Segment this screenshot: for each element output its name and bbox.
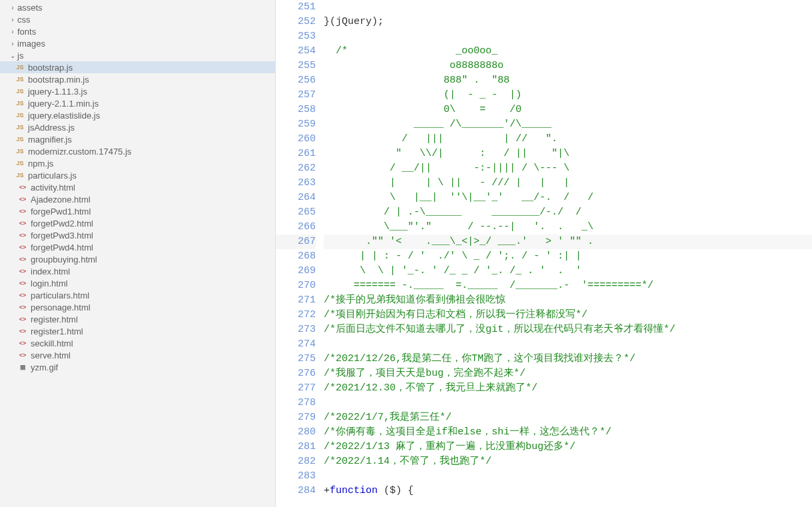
line-number: 258	[276, 103, 316, 117]
file-item[interactable]: <>login.html	[0, 277, 275, 289]
file-item[interactable]: <>register1.html	[0, 325, 275, 337]
line-number: 275	[276, 352, 316, 366]
html-file-icon: <>	[17, 194, 28, 205]
code-line[interactable]	[324, 396, 812, 410]
file-item[interactable]: <>personage.html	[0, 301, 275, 313]
tree-item-label: register1.html	[31, 326, 83, 336]
code-line[interactable]: +function ($) {	[324, 484, 812, 498]
html-file-icon: <>	[17, 218, 28, 229]
chevron-right-icon[interactable]: ›	[8, 28, 17, 35]
code-line[interactable]: / ||| | // ".	[324, 132, 812, 147]
js-file-icon: JS	[15, 86, 25, 97]
line-number: 263	[276, 176, 316, 191]
code-line[interactable]	[324, 337, 812, 352]
folder-item[interactable]: ›css	[0, 13, 275, 25]
code-line[interactable]: /*2022/1.14，不管了，我也跑了*/	[324, 454, 812, 469]
line-number: 281	[276, 440, 316, 454]
line-number: 266	[276, 220, 316, 235]
code-editor[interactable]: 2512522532542552562572582592602612622632…	[276, 0, 812, 507]
code-line[interactable]: \___"'." / --.--| '. . _\	[324, 220, 812, 235]
file-item[interactable]: JSjsAddress.js	[0, 121, 275, 133]
code-line[interactable]: }(jQuery);	[324, 15, 812, 29]
file-item[interactable]: JSjquery.elastislide.js	[0, 109, 275, 121]
file-item[interactable]: JSparticulars.js	[0, 169, 275, 181]
file-item[interactable]: JSjquery-1.11.3.js	[0, 85, 275, 97]
code-line[interactable]: | | : - / ' ./' \ _ / ';. / - ' :| |	[324, 249, 812, 264]
code-line[interactable]: / | .-\______ ________/-./ /	[324, 205, 812, 220]
code-line[interactable]: \ |__| ''\|__'_' __/-. / /	[324, 191, 812, 205]
file-item[interactable]: <>serve.html	[0, 349, 275, 361]
file-item[interactable]: <>groupbuying.html	[0, 253, 275, 265]
file-item[interactable]: JSbootstrap.js	[0, 61, 275, 73]
file-item[interactable]: <>forgetPwd3.html	[0, 229, 275, 241]
file-item[interactable]: <>register.html	[0, 313, 275, 325]
code-line[interactable]: /*你俩有毒，这项目全是if和else，shi一样，这怎么迭代？*/	[324, 425, 812, 440]
code-line[interactable]: /*2022/1/7,我是第三任*/	[324, 410, 812, 425]
html-file-icon: <>	[17, 290, 28, 300]
file-item[interactable]: JSbootstrap.min.js	[0, 73, 275, 85]
tree-item-label: images	[17, 39, 45, 49]
file-item[interactable]: <>forgePwd1.html	[0, 205, 275, 217]
tree-item-label: jquery-2.1.1.min.js	[28, 99, 99, 109]
chevron-right-icon[interactable]: ›	[8, 4, 17, 11]
code-line[interactable]: /*2021/12.30，不管了，我元旦上来就跑了*/	[324, 381, 812, 396]
file-item[interactable]: <>particulars.html	[0, 289, 275, 301]
code-line[interactable]: /*2021/12/26,我是第二任，你TM跑了，这个项目我找谁对接去？*/	[324, 352, 812, 366]
line-number: 274	[276, 337, 316, 352]
code-line[interactable]: 888" . "88	[324, 73, 812, 88]
app-root: ›assets›css›fonts›images⌄jsJSbootstrap.j…	[0, 0, 812, 507]
tree-item-label: seckill.html	[31, 338, 73, 348]
code-line[interactable]: /*后面日志文件不知道去哪儿了，没git，所以现在代码只有老天爷才看得懂*/	[324, 322, 812, 337]
code-line[interactable]: /* _oo0oo_	[324, 44, 812, 59]
file-item[interactable]: <>index.html	[0, 265, 275, 277]
html-file-icon: <>	[17, 326, 28, 336]
folder-item[interactable]: ›images	[0, 37, 275, 49]
line-number: 265	[276, 205, 316, 220]
code-line[interactable]	[324, 29, 812, 44]
file-item[interactable]: JSnpm.js	[0, 157, 275, 169]
line-number: 279	[276, 410, 316, 425]
code-content[interactable]: }(jQuery); /* _oo0oo_ o8888888o 888" . "…	[324, 0, 812, 507]
code-line[interactable]: \ \ | '_-. ' /_ _ / '_. /_ . ' . '	[324, 264, 812, 278]
line-number: 269	[276, 264, 316, 278]
tree-item-label: modernizr.custom.17475.js	[28, 147, 131, 157]
file-item[interactable]: JSmagnifier.js	[0, 133, 275, 145]
code-line[interactable]: (| - _ - |)	[324, 88, 812, 103]
code-line[interactable]	[324, 0, 812, 15]
file-item[interactable]: <>seckill.html	[0, 337, 275, 349]
code-line[interactable]	[324, 469, 812, 484]
tree-item-label: groupbuying.html	[31, 254, 97, 264]
folder-item[interactable]: ›fonts	[0, 25, 275, 37]
line-number: 253	[276, 29, 316, 44]
code-line[interactable]: /*2022/1/13 麻了，重构了一遍，比没重构bug还多*/	[324, 440, 812, 454]
code-line[interactable]: | | \ || - /// | | |	[324, 176, 812, 191]
code-line[interactable]: 0\ = /0	[324, 103, 812, 117]
code-line[interactable]: ."" '< .___\_<|>_/ ___.' > ' "" .	[324, 235, 812, 249]
tree-item-label: npm.js	[28, 159, 53, 169]
code-line[interactable]: / __/|| -:-|||| / \--- \	[324, 161, 812, 176]
code-line[interactable]: /*接手的兄弟我知道你看到佛祖会很吃惊	[324, 293, 812, 308]
file-item[interactable]: <>activity.html	[0, 181, 275, 193]
line-number: 278	[276, 396, 316, 410]
file-item[interactable]: JSmodernizr.custom.17475.js	[0, 145, 275, 157]
line-number: 260	[276, 132, 316, 147]
file-item[interactable]: <>Ajadezone.html	[0, 193, 275, 205]
code-line[interactable]: /*项目刚开始因为有日志和文档，所以我一行注释都没写*/	[324, 308, 812, 322]
folder-item[interactable]: ›assets	[0, 1, 275, 13]
file-item[interactable]: JSjquery-2.1.1.min.js	[0, 97, 275, 109]
html-file-icon: <>	[17, 302, 28, 312]
file-explorer[interactable]: ›assets›css›fonts›images⌄jsJSbootstrap.j…	[0, 0, 276, 507]
file-item[interactable]: <>forgetPwd4.html	[0, 241, 275, 253]
code-line[interactable]: " \\/| : / || "|\	[324, 147, 812, 161]
file-item[interactable]: <>forgetPwd2.html	[0, 217, 275, 229]
file-item[interactable]: ▦yzm.gif	[0, 361, 275, 373]
code-line[interactable]: _____ /\_______'/\_____	[324, 117, 812, 132]
code-line[interactable]: /*我服了，项目天天是bug，完全跑不起来*/	[324, 366, 812, 381]
folder-item[interactable]: ⌄js	[0, 49, 275, 61]
code-line[interactable]: o8888888o	[324, 59, 812, 73]
tree-item-label: forgetPwd2.html	[31, 219, 93, 229]
chevron-right-icon[interactable]: ›	[8, 40, 17, 47]
chevron-down-icon[interactable]: ⌄	[8, 52, 17, 59]
chevron-right-icon[interactable]: ›	[8, 16, 17, 23]
code-line[interactable]: ======= -._____ =._____ /_______.- '====…	[324, 278, 812, 293]
